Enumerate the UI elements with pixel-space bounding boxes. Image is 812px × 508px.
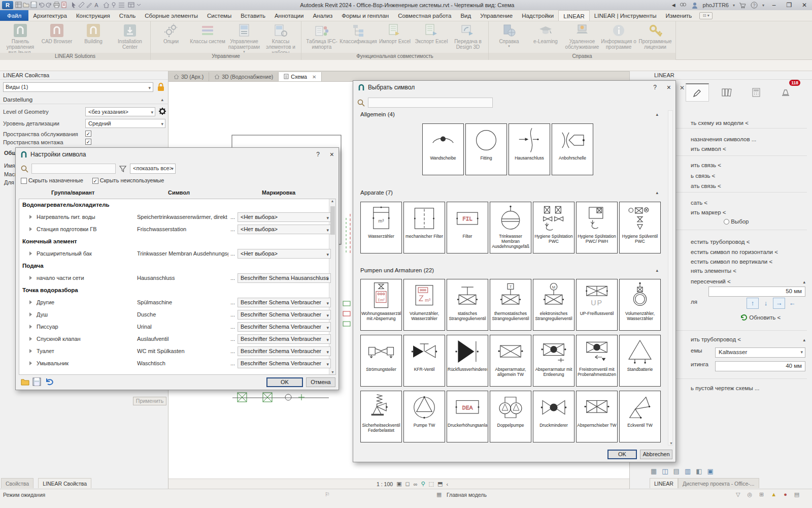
- chev-icon[interactable]: [135, 1, 143, 9]
- browse-button[interactable]: ...: [230, 360, 235, 366]
- action-link-label[interactable]: ить маркер <: [691, 209, 726, 215]
- section-darstellung[interactable]: Darstellung ▴: [0, 96, 168, 104]
- action-link-label[interactable]: ить символ <: [691, 146, 726, 152]
- help-menu-chevron[interactable]: ▾: [762, 3, 764, 8]
- expander-icon[interactable]: [29, 276, 32, 280]
- crop-icon[interactable]: ⬚: [429, 481, 434, 487]
- ribbon-button-about[interactable]: Информация о программе: [600, 22, 637, 50]
- table-row[interactable]: УмывальникWaschtisch...Beschrifter Schem…: [19, 358, 335, 370]
- ribbon-tab-надстройки[interactable]: Надстройки: [517, 10, 558, 21]
- symbol-card[interactable]: Strömungsteiler: [360, 335, 402, 387]
- symbol-card[interactable]: Anbohrschelle: [552, 123, 593, 175]
- list-icon[interactable]: [118, 1, 125, 9]
- dialog-help-icon[interactable]: ?: [316, 151, 320, 158]
- mark-select[interactable]: Beschrifter Schema Hausanschluss▾: [238, 273, 331, 283]
- ribbon-tab-linear[interactable]: LINEAR: [558, 10, 590, 21]
- dialog-help-icon[interactable]: ?: [653, 84, 657, 91]
- action-link-label[interactable]: ать связь <: [691, 183, 721, 189]
- palette-footer-icon-3[interactable]: ▥: [685, 467, 691, 475]
- ribbon-button-ifc[interactable]: Таблица IFC-импорта: [303, 22, 340, 50]
- glasses-icon[interactable]: ∞: [414, 481, 418, 487]
- palette-tab-calculator[interactable]: [745, 83, 768, 102]
- table-row[interactable]: ПиссуарUrinal...Beschrifter Schema Verbr…: [19, 321, 335, 333]
- table-row[interactable]: начало части сетиHausanschluss...Beschri…: [19, 272, 335, 284]
- dialog-title-bar[interactable]: Выбрать символ ? ×: [353, 81, 675, 94]
- action-link-label[interactable]: нять элементы <: [691, 268, 736, 274]
- close-view-icon[interactable]: ✕: [312, 74, 316, 80]
- cursor-icon[interactable]: [70, 1, 78, 9]
- arrow-←-button[interactable]: ←: [786, 298, 798, 309]
- ribbon-button-elearning[interactable]: e-Learning: [527, 22, 564, 44]
- ribbon-tab-файл[interactable]: Файл: [0, 10, 28, 21]
- filter-select[interactable]: <показать все>▾: [130, 164, 176, 174]
- filter-icon[interactable]: [119, 165, 127, 173]
- panel-tab-linear-свойства[interactable]: LINEAR Свойства: [38, 478, 91, 488]
- ok-button[interactable]: OK: [607, 450, 637, 459]
- palette-footer-icon-5[interactable]: ▣: [707, 467, 713, 475]
- print-icon[interactable]: [53, 1, 60, 9]
- ribbon-button-design3d[interactable]: Передача в Design 3D: [450, 22, 486, 50]
- visual-style-icon[interactable]: ▣: [396, 481, 401, 487]
- collapse-icon[interactable]: ▴: [656, 268, 658, 273]
- ribbon-button-excel-imp[interactable]: Импорт Excel: [377, 22, 413, 44]
- open-icon[interactable]: [21, 377, 30, 386]
- filter-icon[interactable]: ▽: [736, 491, 740, 498]
- ok-button[interactable]: OK: [266, 377, 303, 387]
- section-toggle[interactable]: пересечений <: [691, 278, 731, 284]
- win-icon[interactable]: [127, 1, 135, 9]
- browse-button[interactable]: ...: [230, 275, 235, 281]
- ribbon-tab-linear-инструменты[interactable]: LINEAR | Инструменты: [590, 10, 661, 21]
- error-icon[interactable]: ●: [784, 491, 787, 498]
- symbol-card[interactable]: Σm²Wohnungswasserzähler mit Absperrung: [360, 279, 402, 331]
- cancel-button[interactable]: Abbrechen: [640, 450, 672, 459]
- action-link-label[interactable]: ть схему из модели <: [691, 120, 749, 126]
- palette-close-icon[interactable]: ✕: [680, 84, 685, 91]
- property-value-select[interactable]: Средний▾: [85, 119, 165, 128]
- expander-icon[interactable]: [29, 361, 32, 365]
- user-menu-chevron[interactable]: ▾: [733, 3, 735, 8]
- ribbon-tab-формы-и-генплан[interactable]: Формы и генплан: [337, 10, 393, 21]
- pin-icon[interactable]: [110, 1, 118, 9]
- redo-icon[interactable]: [45, 1, 53, 9]
- symbol-card[interactable]: Absperrschieber TW: [576, 391, 618, 442]
- palette-footer-icon-1[interactable]: ◫: [662, 467, 668, 475]
- table-row[interactable]: ДушDusche...Beschrifter Schema Verbrauch…: [19, 309, 335, 321]
- A-icon[interactable]: A: [93, 1, 100, 9]
- scroll-left-icon[interactable]: ‹: [446, 481, 448, 487]
- system-select[interactable]: Kaltwasser▾: [715, 347, 805, 358]
- dialog-close-icon[interactable]: ×: [667, 83, 671, 91]
- grid-icon[interactable]: [15, 1, 22, 9]
- expander-icon[interactable]: [29, 251, 32, 256]
- collapse-icon[interactable]: ▴: [803, 279, 805, 284]
- view-scale[interactable]: 1 : 100: [377, 481, 393, 487]
- doc-icon[interactable]: [60, 1, 68, 9]
- mark-select[interactable]: <Нет выбора>▾: [238, 225, 331, 234]
- undo-icon[interactable]: [38, 1, 45, 9]
- search-input[interactable]: [31, 164, 116, 174]
- disk-icon[interactable]: [30, 1, 38, 9]
- ribbon-tab-архитектура[interactable]: Архитектура: [28, 10, 72, 21]
- browse-button[interactable]: ...: [230, 214, 235, 220]
- minimize-button[interactable]: –: [768, 2, 780, 9]
- symbol-card[interactable]: Absperrarmatur mit Entleerung: [533, 335, 574, 387]
- symbol-card[interactable]: FILFilter: [447, 202, 488, 253]
- mark-select[interactable]: <Нет выбора>▾: [238, 212, 331, 222]
- browse-button[interactable]: ...: [230, 226, 235, 232]
- ribbon-button-sysclasses[interactable]: Классы систем: [189, 22, 226, 44]
- ribbon-button-linear-teal[interactable]: Панель управления вкл./выкл.: [2, 22, 39, 55]
- symbol-card[interactable]: statisches Strangregulierventil: [447, 279, 488, 331]
- grid-icon[interactable]: ▤: [794, 491, 799, 498]
- action-link-label[interactable]: ь связь <: [691, 173, 715, 179]
- action-link-label[interactable]: ить связь <: [691, 162, 721, 168]
- ribbon-button-license[interactable]: Программные лицензии: [637, 22, 673, 50]
- table-row[interactable]: ТуалетWC mit Spülkasten...Beschrifter Sc…: [19, 345, 335, 358]
- symbol-card[interactable]: Freistromventil mit Probenahmestutzen: [576, 335, 618, 387]
- ribbon-tab-сборные-элементы[interactable]: Сборные элементы: [140, 10, 202, 21]
- collapse-left-icon[interactable]: ◀: [672, 3, 675, 8]
- browse-button[interactable]: ...: [230, 324, 235, 330]
- mark-select[interactable]: Beschrifter Schema Verbraucher▾: [238, 298, 331, 307]
- symbol-card[interactable]: m³Wasserzähler: [360, 202, 402, 253]
- collapse-icon[interactable]: ▴: [656, 190, 658, 195]
- ribbon-tab-аннотации[interactable]: Аннотации: [270, 10, 308, 21]
- table-row[interactable]: Нагреватель пит. водыSpeichertrinkwasser…: [19, 211, 335, 224]
